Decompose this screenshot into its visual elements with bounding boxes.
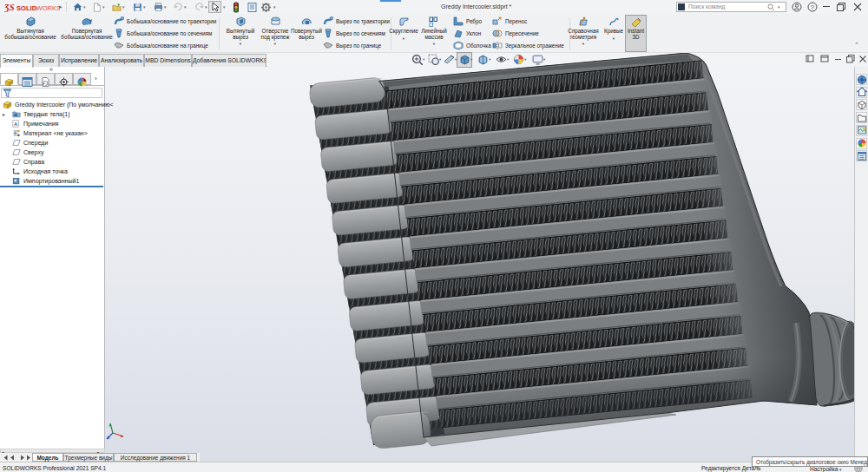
svg-text:ƷS: ƷS	[4, 3, 15, 12]
svg-text:?: ?	[811, 3, 814, 11]
svg-text:WORKS: WORKS	[36, 4, 61, 12]
svg-text:SOLID: SOLID	[16, 4, 37, 12]
